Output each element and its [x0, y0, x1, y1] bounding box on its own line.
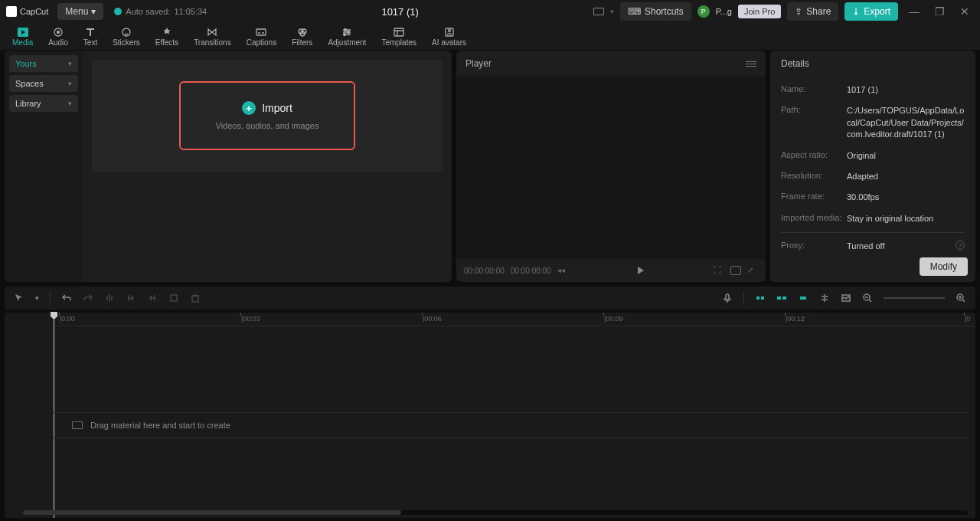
trim-right-icon[interactable]	[147, 293, 158, 303]
tab-text[interactable]: Text	[76, 25, 105, 50]
detail-value: C:/Users/TOPGUS/AppData/Local/CapCut/Use…	[847, 105, 965, 140]
time-total: 00:00:00:00	[511, 267, 551, 275]
sidebar-item-library[interactable]: Library▾	[9, 95, 78, 112]
detail-value: 30.00fps	[847, 192, 965, 203]
details-body: Name:1017 (1) Path:C:/Users/TOPGUS/AppDa…	[770, 77, 975, 251]
svg-rect-19	[761, 297, 764, 300]
player-menu-icon[interactable]	[746, 61, 756, 67]
cover-icon[interactable]	[841, 293, 851, 303]
media-panel: Yours▾ Spaces▾ Library▾ + Import Videos,…	[5, 51, 452, 282]
split-icon[interactable]	[104, 293, 115, 303]
ruler-tick: |00:09	[604, 315, 623, 323]
details-title: Details	[770, 51, 975, 77]
tab-ai-avatars[interactable]: AI avatars	[424, 25, 474, 50]
export-icon: ⤓	[852, 6, 860, 17]
empty-track[interactable]: Drag material here and start to create	[54, 412, 968, 438]
adjustment-icon	[341, 27, 353, 38]
scrollbar-thumb[interactable]	[23, 510, 401, 515]
undo-icon[interactable]	[61, 293, 72, 303]
chevron-down-icon: ▾	[68, 60, 72, 67]
tab-transitions[interactable]: Transitions	[186, 25, 239, 50]
tool-tabs: Media Audio Text Stickers Effects Transi…	[0, 23, 980, 51]
details-panel: Details Name:1017 (1) Path:C:/Users/TOPG…	[770, 51, 975, 282]
delete-icon[interactable]	[190, 293, 201, 303]
tab-captions[interactable]: Captions	[239, 25, 284, 50]
import-card: + Import Videos, audios, and images	[92, 60, 443, 172]
player-title: Player	[466, 58, 492, 69]
tab-label: Templates	[381, 38, 416, 47]
ratio-icon[interactable]	[730, 266, 741, 275]
close-button[interactable]: ✕	[956, 2, 974, 21]
detail-value: Stay in original location	[847, 213, 965, 224]
svg-rect-17	[726, 294, 729, 300]
zoom-slider[interactable]	[884, 297, 945, 299]
chevron-down-icon[interactable]: ▾	[35, 294, 39, 302]
chevron-down-icon[interactable]: ▾	[610, 8, 614, 15]
titlebar-right: ▾ ⌨ Shortcuts P P...g Join Pro ⇪ Share ⤓…	[593, 2, 974, 21]
shortcuts-button[interactable]: ⌨ Shortcuts	[620, 2, 691, 21]
tab-media[interactable]: Media	[5, 25, 41, 50]
sidebar-item-yours[interactable]: Yours▾	[9, 55, 78, 72]
timeline-ruler[interactable]: |0:00 |00:03 |00:06 |00:09 |00:12 |0	[54, 313, 975, 326]
trim-left-icon[interactable]	[126, 293, 136, 303]
tab-label: Captions	[247, 38, 276, 47]
tab-templates[interactable]: Templates	[374, 25, 424, 50]
media-sidebar: Yours▾ Spaces▾ Library▾	[5, 51, 83, 282]
layout-icon[interactable]	[593, 8, 604, 15]
zoom-out-icon[interactable]	[862, 293, 873, 303]
minimize-button[interactable]: —	[904, 2, 924, 21]
check-icon	[114, 8, 122, 15]
play-button[interactable]	[638, 267, 644, 274]
tab-filters[interactable]: Filters	[284, 25, 320, 50]
modify-button[interactable]: Modify	[920, 257, 968, 276]
svg-point-9	[345, 29, 347, 31]
share-button[interactable]: ⇪ Share	[787, 2, 838, 21]
text-icon	[84, 27, 96, 38]
tab-label: AI avatars	[432, 38, 466, 47]
tab-stickers[interactable]: Stickers	[105, 25, 148, 50]
maximize-button[interactable]: ❐	[930, 2, 949, 21]
chevron-down-icon: ▾	[68, 80, 72, 87]
import-button[interactable]: + Import Videos, audios, and images	[179, 81, 355, 150]
menu-button[interactable]: Menu ▾	[57, 3, 103, 20]
tab-label: Effects	[155, 38, 178, 47]
svg-rect-12	[394, 28, 403, 36]
preview-icon[interactable]	[798, 293, 808, 303]
tab-label: Audio	[48, 38, 68, 47]
fullscreen-icon[interactable]: ⤢	[747, 266, 758, 275]
svg-point-14	[448, 30, 450, 32]
focus-icon[interactable]: ⛶	[714, 266, 724, 275]
help-icon[interactable]: ?	[956, 241, 965, 250]
logo-icon	[6, 6, 17, 17]
crop-icon[interactable]	[168, 293, 179, 303]
detail-label: Aspect ratio:	[781, 150, 847, 162]
svg-rect-16	[192, 296, 198, 302]
timeline-scrollbar[interactable]	[23, 510, 968, 515]
align-icon[interactable]	[819, 293, 830, 303]
tab-label: Filters	[292, 38, 312, 47]
titlebar: CapCut Menu ▾ Auto saved: 11:05:34 1017 …	[0, 0, 980, 23]
ruler-tick: |0	[965, 315, 970, 323]
tab-effects[interactable]: Effects	[148, 25, 186, 50]
tab-audio[interactable]: Audio	[41, 25, 76, 50]
redo-icon[interactable]	[83, 293, 93, 303]
export-button[interactable]: ⤓ Export	[844, 2, 898, 21]
pointer-icon[interactable]	[14, 293, 24, 303]
timeline-toolbar: ▾	[5, 287, 975, 310]
mic-icon[interactable]	[722, 293, 733, 303]
sidebar-item-spaces[interactable]: Spaces▾	[9, 75, 78, 92]
zoom-in-icon[interactable]	[956, 293, 966, 303]
join-pro-button[interactable]: Join Pro	[738, 5, 781, 18]
player-viewport	[456, 77, 766, 259]
sidebar-label: Yours	[15, 59, 37, 68]
menu-label: Menu	[65, 6, 88, 17]
tab-label: Transitions	[194, 38, 231, 47]
tab-adjustment[interactable]: Adjustment	[320, 25, 374, 50]
timeline[interactable]: |0:00 |00:03 |00:06 |00:09 |00:12 |0 Dra…	[5, 313, 975, 518]
prev-frame-icon[interactable]: ◂◂	[557, 266, 568, 275]
sidebar-label: Library	[15, 99, 41, 108]
saved-time: 11:05:34	[174, 7, 207, 16]
avatar[interactable]: P	[697, 5, 710, 18]
link-icon[interactable]	[776, 293, 787, 303]
magnet-icon[interactable]	[755, 293, 766, 303]
